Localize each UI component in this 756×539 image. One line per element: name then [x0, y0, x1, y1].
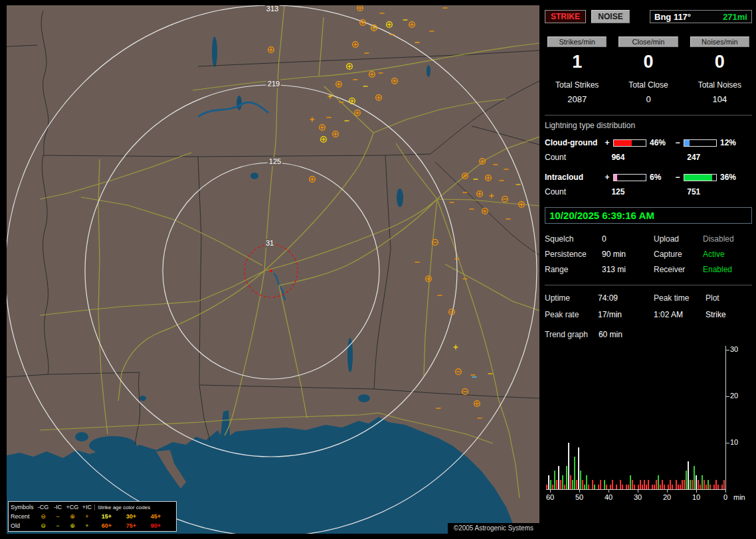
persistence-label: Persistence	[545, 250, 602, 259]
copyright-notice: ©2005 Astrogenic Systems	[448, 523, 539, 534]
trend-bar	[690, 480, 691, 489]
trend-bar	[692, 480, 693, 489]
x-tick-label: 60	[546, 493, 554, 501]
range-ring-label-125: 125	[268, 157, 282, 166]
x-tick-label: 0	[723, 493, 727, 501]
total-noises-value: 104	[688, 94, 752, 104]
cloud-ground-label: Cloud-ground	[545, 138, 603, 147]
y-tick-label: 30	[730, 345, 738, 353]
legend-symbol-glyph: ⊕	[65, 513, 80, 520]
legend-symbol-glyph: +	[80, 513, 94, 520]
legend-symbol-glyph: −	[50, 522, 65, 529]
close-per-min-value: 0	[616, 52, 680, 72]
upload-label: Upload	[654, 234, 703, 244]
status-panel: STRIKE NOISE Bng 117° 271mi Strikes/min …	[545, 5, 752, 534]
trend-bar	[562, 475, 563, 489]
legend-column-header: -CG	[36, 504, 50, 510]
range-ring-label-219: 219	[266, 80, 281, 88]
trend-bar	[715, 480, 717, 489]
trend-bar	[713, 485, 715, 489]
timestamp: 10/20/2025 6:39:16 AM	[545, 207, 752, 224]
trend-bar	[552, 485, 553, 489]
y-tick-mark	[725, 350, 729, 350]
session-stats-grid: Uptime 74:09 Peak time Plot Peak rate 17…	[545, 293, 752, 319]
trend-bar	[680, 485, 681, 489]
trend-bar	[676, 480, 677, 489]
trend-bar	[638, 485, 639, 489]
peak-time-label: Peak time	[654, 293, 706, 303]
trend-bar	[600, 480, 601, 489]
range-label: Range	[545, 265, 602, 274]
bearing-display: Bng 117° 271mi	[650, 10, 752, 23]
total-strikes-value: 2087	[545, 94, 609, 104]
total-close-value: 0	[616, 94, 680, 104]
trend-bar	[660, 485, 661, 489]
range-value: 313 mi	[602, 265, 654, 274]
trend-bar	[668, 485, 669, 489]
trend-bar	[717, 485, 719, 489]
trend-bar	[646, 485, 647, 489]
noise-mode-button[interactable]: NOISE	[591, 10, 630, 23]
trend-bar	[656, 480, 657, 489]
bearing-value: Bng 117°	[654, 12, 691, 22]
close-per-min-button[interactable]: Close/min	[618, 37, 678, 47]
trend-bar	[642, 485, 643, 489]
trend-bar	[632, 480, 633, 489]
legend-column-header: +IC	[80, 504, 94, 510]
cg-positive-bar	[613, 139, 646, 147]
close-column: Close/min 0 Total Close 0	[616, 37, 680, 104]
x-tick-mark	[725, 490, 726, 493]
legend-row-label: Recent	[11, 513, 36, 520]
noises-per-min-button[interactable]: Noises/min	[690, 37, 750, 47]
upload-value: Disabled	[703, 234, 752, 244]
trend-bar	[670, 480, 671, 489]
ic-positive-bar	[613, 174, 646, 181]
persistence-value: 90 min	[602, 250, 654, 259]
trend-bar	[644, 480, 645, 489]
strike-mode-button[interactable]: STRIKE	[545, 10, 586, 23]
trend-bar	[594, 485, 595, 489]
trend-bar	[578, 447, 579, 489]
y-tick-label: 20	[730, 392, 738, 400]
legend-symbol-glyph: −	[50, 513, 65, 520]
trend-bar	[626, 485, 627, 489]
divider	[545, 285, 752, 285]
strikes-per-min-button[interactable]: Strikes/min	[547, 37, 607, 47]
legend-column-header: -IC	[50, 504, 65, 510]
trend-bar	[700, 485, 701, 489]
minus-sign: −	[674, 173, 682, 182]
trend-bar	[554, 471, 555, 489]
intracloud-row: Intracloud + 6% − 36%	[545, 173, 752, 182]
range-ring-label-31: 31	[264, 239, 275, 248]
map-legend: Symbols-CG-IC+CG+ICStrike age color code…	[8, 501, 177, 532]
trend-bar	[688, 461, 689, 489]
trend-bar	[702, 475, 703, 489]
trend-bar	[548, 475, 549, 489]
noises-column: Noises/min 0 Total Noises 104	[688, 37, 752, 104]
trend-bar	[723, 480, 725, 489]
lightning-tracker-app: 313 219 125 31 Symbols-CG-IC+CG+ICStrike…	[0, 0, 756, 539]
x-tick-mark	[667, 490, 668, 493]
trend-plot-area	[546, 346, 725, 489]
y-tick-mark	[725, 443, 729, 443]
legend-age-code: 45+	[143, 513, 168, 520]
noises-per-min-value: 0	[688, 52, 752, 72]
peak-time-value: 1:02 AM	[654, 310, 706, 319]
strike-map[interactable]: 313 219 125 31 Symbols-CG-IC+CG+ICStrike…	[7, 5, 539, 534]
x-tick-mark	[696, 490, 697, 493]
legend-symbol-glyph: +	[80, 522, 94, 529]
x-tick-label: 40	[605, 493, 613, 501]
trend-bar	[556, 480, 557, 489]
trend-bar	[622, 485, 623, 489]
count-label: Count	[545, 153, 601, 162]
cg-negative-pct: 12%	[719, 138, 744, 147]
x-tick-label: 30	[634, 493, 642, 501]
trend-bar	[574, 457, 575, 489]
y-axis	[725, 346, 726, 490]
trend-bar	[630, 475, 631, 489]
trend-bar	[584, 485, 585, 489]
x-axis-unit: min	[733, 493, 745, 501]
x-tick-mark	[638, 490, 638, 493]
trend-bar	[558, 466, 559, 489]
total-strikes-label: Total Strikes	[545, 80, 609, 90]
